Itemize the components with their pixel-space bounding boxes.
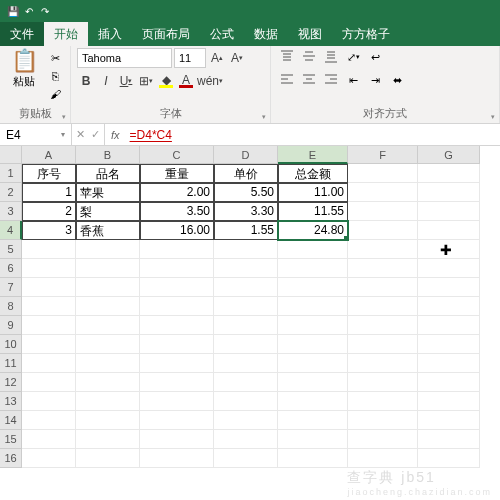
cell-F3[interactable] [348, 202, 418, 221]
cell-C1[interactable]: 重量 [140, 164, 214, 183]
cell-E1[interactable]: 总金额 [278, 164, 348, 183]
row-head-14[interactable]: 14 [0, 411, 22, 430]
redo-icon[interactable]: ↷ [38, 4, 52, 18]
cell-G13[interactable] [418, 392, 480, 411]
cell-G2[interactable] [418, 183, 480, 202]
cell-D11[interactable] [214, 354, 278, 373]
cell-C16[interactable] [140, 449, 214, 468]
tab-view[interactable]: 视图 [288, 22, 332, 46]
cell-C14[interactable] [140, 411, 214, 430]
cell-A7[interactable] [22, 278, 76, 297]
cell-B14[interactable] [76, 411, 140, 430]
cell-F10[interactable] [348, 335, 418, 354]
cell-G12[interactable] [418, 373, 480, 392]
save-icon[interactable]: 💾 [6, 4, 20, 18]
cell-B5[interactable] [76, 240, 140, 259]
tab-data[interactable]: 数据 [244, 22, 288, 46]
cell-D14[interactable] [214, 411, 278, 430]
tab-home[interactable]: 开始 [44, 22, 88, 46]
select-all-corner[interactable] [0, 146, 22, 164]
cell-E4[interactable]: 24.80 [278, 221, 348, 240]
align-right-icon[interactable] [321, 71, 341, 89]
col-head-D[interactable]: D [214, 146, 278, 164]
cell-A4[interactable]: 3 [22, 221, 76, 240]
font-name-select[interactable] [77, 48, 172, 68]
row-head-4[interactable]: 4 [0, 221, 22, 240]
format-painter-icon[interactable]: 🖌 [46, 86, 64, 102]
border-button[interactable]: ⊞▾ [137, 72, 155, 90]
tab-file[interactable]: 文件 [0, 22, 44, 46]
cell-A5[interactable] [22, 240, 76, 259]
cell-D12[interactable] [214, 373, 278, 392]
cell-F16[interactable] [348, 449, 418, 468]
cell-A3[interactable]: 2 [22, 202, 76, 221]
tab-fgz[interactable]: 方方格子 [332, 22, 400, 46]
align-center-icon[interactable] [299, 71, 319, 89]
cell-B2[interactable]: 苹果 [76, 183, 140, 202]
cell-G6[interactable] [418, 259, 480, 278]
tab-insert[interactable]: 插入 [88, 22, 132, 46]
cell-G1[interactable] [418, 164, 480, 183]
cell-G11[interactable] [418, 354, 480, 373]
cell-D5[interactable] [214, 240, 278, 259]
cell-E6[interactable] [278, 259, 348, 278]
cell-C13[interactable] [140, 392, 214, 411]
cell-B16[interactable] [76, 449, 140, 468]
cell-D6[interactable] [214, 259, 278, 278]
cell-G15[interactable] [418, 430, 480, 449]
row-head-8[interactable]: 8 [0, 297, 22, 316]
cell-D10[interactable] [214, 335, 278, 354]
cell-D8[interactable] [214, 297, 278, 316]
cell-F2[interactable] [348, 183, 418, 202]
cell-B8[interactable] [76, 297, 140, 316]
cell-D3[interactable]: 3.30 [214, 202, 278, 221]
cell-E16[interactable] [278, 449, 348, 468]
cell-C6[interactable] [140, 259, 214, 278]
cell-F11[interactable] [348, 354, 418, 373]
undo-icon[interactable]: ↶ [22, 4, 36, 18]
cell-E7[interactable] [278, 278, 348, 297]
col-head-B[interactable]: B [76, 146, 140, 164]
row-head-13[interactable]: 13 [0, 392, 22, 411]
cell-B10[interactable] [76, 335, 140, 354]
cell-B7[interactable] [76, 278, 140, 297]
cell-F12[interactable] [348, 373, 418, 392]
cell-F9[interactable] [348, 316, 418, 335]
decrease-font-icon[interactable]: A▾ [228, 49, 246, 67]
row-head-9[interactable]: 9 [0, 316, 22, 335]
cell-C11[interactable] [140, 354, 214, 373]
cell-D2[interactable]: 5.50 [214, 183, 278, 202]
cell-A1[interactable]: 序号 [22, 164, 76, 183]
decrease-indent-icon[interactable]: ⇤ [343, 71, 363, 89]
align-top-icon[interactable] [277, 48, 297, 66]
cell-A2[interactable]: 1 [22, 183, 76, 202]
cell-D1[interactable]: 单价 [214, 164, 278, 183]
cell-A13[interactable] [22, 392, 76, 411]
cell-F1[interactable] [348, 164, 418, 183]
row-head-3[interactable]: 3 [0, 202, 22, 221]
fill-color-button[interactable]: ◆ [157, 72, 175, 90]
cell-G4[interactable] [418, 221, 480, 240]
phonetic-button[interactable]: wén▾ [197, 72, 223, 90]
cell-E3[interactable]: 11.55 [278, 202, 348, 221]
col-head-F[interactable]: F [348, 146, 418, 164]
cell-E9[interactable] [278, 316, 348, 335]
cell-D16[interactable] [214, 449, 278, 468]
cell-C5[interactable] [140, 240, 214, 259]
cell-A15[interactable] [22, 430, 76, 449]
paste-button[interactable]: 📋 粘贴 [6, 48, 42, 104]
cell-G7[interactable] [418, 278, 480, 297]
cell-B4[interactable]: 香蕉 [76, 221, 140, 240]
italic-button[interactable]: I [97, 72, 115, 90]
col-head-G[interactable]: G [418, 146, 480, 164]
cell-A12[interactable] [22, 373, 76, 392]
cell-A10[interactable] [22, 335, 76, 354]
row-head-1[interactable]: 1 [0, 164, 22, 183]
worksheet[interactable]: 12345678910111213141516 ABCDEFG 序号品名重量单价… [0, 146, 500, 500]
cell-F15[interactable] [348, 430, 418, 449]
cell-C8[interactable] [140, 297, 214, 316]
row-head-7[interactable]: 7 [0, 278, 22, 297]
cell-G10[interactable] [418, 335, 480, 354]
cell-A6[interactable] [22, 259, 76, 278]
cell-E2[interactable]: 11.00 [278, 183, 348, 202]
